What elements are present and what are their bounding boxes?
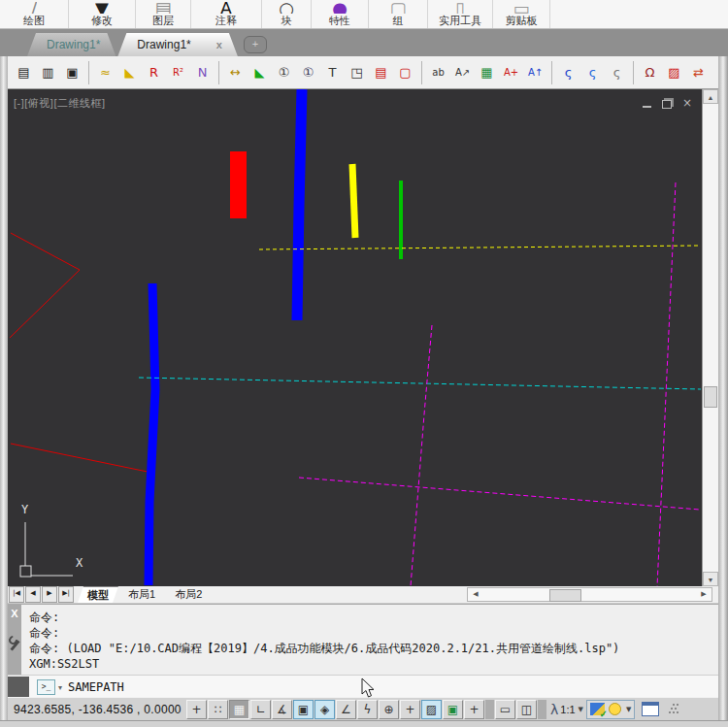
horizontal-scroll-thumb[interactable] [549, 589, 581, 602]
ribbon-panel-modify[interactable]: ▼修改 [69, 0, 136, 28]
workspace-switch-group[interactable]: ▼ [586, 700, 635, 719]
selection-cycling-icon[interactable]: + [464, 700, 484, 719]
layout-nav-icon-1[interactable]: ◀ [25, 586, 41, 603]
dynamic-input-icon[interactable]: ⊕ [379, 700, 399, 719]
red-diagonal[interactable] [11, 444, 148, 472]
command-input[interactable]: SAMEPATH [68, 680, 124, 694]
ribbon-panel-block[interactable]: ○块 [262, 0, 312, 28]
drawing-canvas[interactable]: XY [8, 89, 702, 586]
grid-display-icon[interactable]: ∷ [208, 700, 228, 719]
close-icon[interactable]: × [682, 97, 692, 109]
scroll-up-icon[interactable]: ▲ [703, 89, 718, 104]
vertical-scrollbar[interactable]: ▲ ▼ [702, 89, 718, 586]
horizontal-scrollbar[interactable]: ◀ ▶ [467, 587, 712, 602]
magenta-dashed-vertical-1[interactable] [411, 325, 432, 586]
green-slope-icon[interactable]: ◣ [248, 61, 271, 83]
grid-icon[interactable]: ▦ [229, 700, 249, 719]
viewport-controls-label[interactable]: [-][俯视][二维线框] [14, 96, 106, 111]
object-snap-icon[interactable]: ▣ [293, 700, 314, 719]
magnet-icon[interactable]: Ω [639, 61, 661, 83]
ribbon-panel-annotate[interactable]: A注释 [191, 0, 262, 28]
yellow-dashed-line[interactable] [259, 246, 701, 249]
blue-polyline-1[interactable] [297, 89, 302, 320]
n-frame-icon[interactable]: N [191, 61, 214, 83]
circled-one-icon[interactable]: ① [273, 61, 295, 83]
restore-icon[interactable] [662, 100, 672, 109]
new-tab-icon[interactable]: + [244, 36, 267, 53]
red-find-icon[interactable]: R [143, 61, 165, 83]
file-tab-inactive[interactable]: Drawing1* [27, 33, 116, 56]
ribbon-panel-draw[interactable]: /绘图 [0, 0, 69, 28]
red-bar[interactable] [230, 151, 247, 218]
command-dropdown-icon[interactable]: ▾ [58, 683, 62, 692]
text-up-icon[interactable]: A↑ [524, 61, 546, 83]
clean-screen-icon[interactable]: ▭ [495, 700, 515, 719]
slope-ruler-icon[interactable]: ◣ [118, 61, 141, 83]
close-tab-icon[interactable]: x [216, 39, 222, 50]
red-dashed-frame-icon[interactable]: ▢ [394, 61, 416, 83]
block-box-icon[interactable]: ▣ [61, 61, 83, 83]
layout-nav-icon-0[interactable]: |◀ [9, 586, 24, 603]
lineweight-icon[interactable]: + [400, 700, 420, 719]
object-snap-3d-icon[interactable]: ◈ [314, 700, 335, 719]
quick-properties-icon[interactable]: ▣ [443, 700, 463, 719]
layout-tab[interactable]: 布局2 [165, 586, 212, 602]
minimize-icon[interactable] [643, 106, 651, 108]
frame-arrow-icon[interactable]: ◳ [346, 61, 368, 83]
layout-tab[interactable]: 布局1 [118, 586, 165, 602]
magenta-dashed-vertical-2[interactable] [657, 182, 676, 586]
wrench-icon[interactable] [8, 636, 21, 655]
ribbon-panel-label: 剪贴板 [506, 14, 538, 28]
blue-polyline-2[interactable] [149, 283, 155, 585]
ribbon-panel-group[interactable]: ▢组 [369, 0, 428, 28]
yellow-bar[interactable] [352, 164, 355, 238]
magenta-dashed-diagonal[interactable] [299, 478, 700, 510]
table-excel-icon[interactable]: ▦ [476, 61, 498, 83]
red-chevron[interactable] [10, 233, 80, 338]
snap-mode-icon[interactable]: + [186, 700, 207, 719]
toolbar-separator [421, 61, 422, 84]
ribbon-panel-layers[interactable]: ▤图层 [136, 0, 191, 28]
ribbon-panel-utilities[interactable]: ▯实用工具 [428, 0, 493, 28]
block-table-icon[interactable]: ▤ [13, 61, 35, 83]
transparency-icon[interactable]: ▨ [421, 700, 442, 719]
bird-blue2-icon[interactable]: ς [581, 61, 604, 83]
dual-monitor-icon[interactable]: ◫ [516, 700, 537, 719]
text-plus-icon[interactable]: A+ [500, 61, 522, 83]
customization-dots-icon[interactable] [669, 711, 671, 713]
bird-gray-icon[interactable]: ς [606, 61, 628, 83]
block-list-wide-icon[interactable]: ▥ [37, 61, 59, 83]
scroll-down-icon[interactable]: ▼ [703, 572, 718, 586]
polar-tracking-icon[interactable]: ∡ [272, 700, 292, 719]
cyan-dashed-line[interactable] [139, 378, 701, 389]
command-drag-block[interactable] [8, 677, 29, 699]
red-ruler-icon[interactable]: ▤ [370, 61, 392, 83]
application-window-icon[interactable] [642, 702, 659, 716]
text-move-icon[interactable]: A↗ [451, 61, 474, 83]
ruler-span-icon[interactable]: ↔ [224, 61, 247, 83]
ribbon-panel-clipboard[interactable]: ▭剪贴板 [493, 0, 550, 28]
bird-blue-icon[interactable]: ς [557, 61, 579, 83]
vertical-text-icon[interactable]: T [321, 61, 344, 83]
command-close-icon[interactable]: X [8, 605, 21, 622]
swap-arrows-icon[interactable]: ⇄ [687, 61, 710, 83]
annotation-scale-control[interactable]: λ 1:1 ▼ [550, 702, 583, 717]
circled-one-gear-icon[interactable]: ① [297, 61, 319, 83]
ortho-icon[interactable]: ∟ [250, 700, 271, 719]
dashed-lines-icon[interactable]: ≈ [94, 61, 116, 83]
layout-nav-icon-3[interactable]: ▶| [58, 586, 74, 603]
scroll-left-icon[interactable]: ◀ [469, 588, 482, 601]
dynamic-ucs-icon[interactable]: ϟ [357, 700, 378, 719]
drawing-viewport[interactable]: XY [-][俯视][二维线框] × [8, 89, 702, 586]
command-prompt-icon[interactable]: >_ [37, 679, 55, 695]
file-tab-active[interactable]: Drawing1*x [117, 33, 237, 56]
layout-tab[interactable]: 模型 [78, 586, 118, 603]
layout-nav-icon-2[interactable]: ▶ [42, 586, 57, 603]
scroll-right-icon[interactable]: ▶ [697, 588, 711, 601]
hatch-square-icon[interactable]: ▨ [663, 61, 685, 83]
find-text-icon[interactable]: ab [427, 61, 449, 83]
red-find2-icon[interactable]: R² [167, 61, 189, 83]
vertical-scroll-thumb[interactable] [704, 386, 717, 408]
object-snap-tracking-icon[interactable]: ∠ [336, 700, 356, 719]
ribbon-panel-properties[interactable]: ●特性 [312, 0, 369, 28]
